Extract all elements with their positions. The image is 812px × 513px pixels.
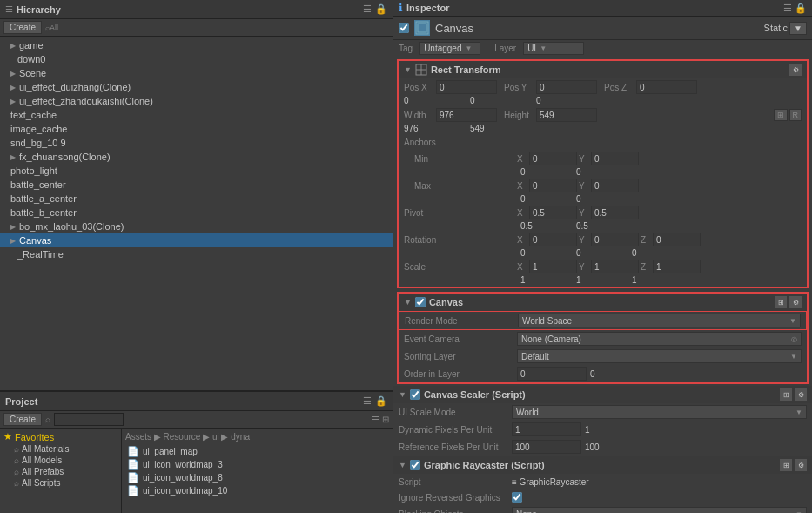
rect-icon-btn-1[interactable]: ⊞ — [774, 109, 788, 121]
list-item[interactable]: snd_bg_10 9 — [0, 136, 393, 150]
pivot-y-input[interactable] — [591, 206, 639, 219]
list-item[interactable]: 📄 ui_panel_map — [125, 445, 389, 458]
list-item[interactable]: photo_light — [0, 164, 393, 178]
canvas-component-header[interactable]: ▼ Canvas ⊞ ⚙ — [399, 294, 807, 311]
inspector-panel: ℹ Inspector ☰ 🔒 Canvas Static ▼ — [393, 0, 812, 513]
ui-scale-mode-dropdown[interactable]: World ▼ — [512, 405, 807, 419]
project-create-btn[interactable]: Create — [3, 413, 42, 426]
list-item[interactable]: ▶ bo_mx_laohu_03(Clone) — [0, 219, 393, 233]
inspector-title: Inspector — [406, 3, 450, 13]
pos-x-input[interactable] — [436, 80, 497, 94]
list-item[interactable]: 📄 ui_icon_worldmap_8 — [125, 471, 389, 484]
ignore-reversed-label: Ignore Reversed Graphics — [399, 493, 512, 503]
inspector-object-row: Canvas Static ▼ — [393, 17, 812, 40]
raycaster-img-icon[interactable]: ⊞ — [780, 459, 792, 471]
event-camera-dropdown[interactable]: None (Camera) ◎ — [517, 332, 802, 346]
list-item[interactable]: _RealTime — [0, 247, 393, 261]
event-camera-row: Event Camera None (Camera) ◎ — [399, 330, 807, 348]
blocking-objects-dropdown[interactable]: None ▼ — [512, 507, 807, 513]
ignore-reversed-checkbox[interactable] — [512, 492, 522, 503]
canvas-scaler-header[interactable]: ▼ Canvas Scaler (Script) ⊞ ⚙ — [393, 386, 812, 403]
project-icon-1[interactable]: ☰ — [372, 415, 379, 424]
canvas-img-icon[interactable]: ⊞ — [775, 296, 787, 308]
sorting-layer-row: Sorting Layer Default ▼ — [399, 348, 807, 365]
list-item[interactable]: down0 — [0, 52, 393, 66]
canvas-scaler-checkbox[interactable] — [410, 389, 420, 400]
min-x-input[interactable] — [529, 152, 577, 165]
project-content: ★ Favorites ⌕ All Materials ⌕ All Models… — [0, 429, 393, 513]
object-active-checkbox[interactable] — [399, 23, 409, 33]
favorites-all-prefabs[interactable]: ⌕ All Prefabs — [3, 466, 117, 477]
graphic-raycaster-header[interactable]: ▼ Graphic Raycaster (Script) ⊞ ⚙ — [393, 456, 812, 474]
list-item[interactable]: image_cache — [0, 122, 393, 136]
scaler-settings-icon[interactable]: ⚙ — [795, 388, 807, 401]
ui-scale-mode-label: UI Scale Mode — [399, 408, 512, 417]
rot-values: 0 0 0 — [399, 248, 807, 258]
pivot-x-input[interactable] — [529, 206, 577, 219]
inspector-menu-icon[interactable]: ☰ — [783, 3, 792, 14]
list-item[interactable]: battle_center — [0, 178, 393, 192]
height-input[interactable] — [536, 108, 597, 122]
project-icon-2[interactable]: ⊞ — [382, 415, 389, 424]
rect-transform-header[interactable]: ▼ Rect Transform ⚙ — [399, 61, 807, 78]
favorites-all-models[interactable]: ⌕ All Models — [3, 455, 117, 466]
list-item[interactable]: ▶ ui_effect_duizhang(Clone) — [0, 80, 393, 94]
list-item[interactable]: text_cache — [0, 108, 393, 122]
list-item[interactable]: ▶ ui_effect_zhandoukaishi(Clone) — [0, 94, 393, 108]
scale-z-input[interactable] — [653, 260, 701, 273]
script-label: Script — [399, 477, 512, 487]
rot-y-input[interactable] — [591, 233, 639, 246]
scale-y-input[interactable] — [591, 260, 639, 273]
reference-pixels-input[interactable] — [512, 440, 581, 454]
layer-dropdown[interactable]: UI ▼ — [523, 42, 584, 55]
canvas-scaler-section: ▼ Canvas Scaler (Script) ⊞ ⚙ UI Scale Mo… — [393, 386, 812, 456]
project-search-input[interactable] — [54, 413, 124, 426]
rot-x-input[interactable] — [529, 233, 577, 246]
max-x-input[interactable] — [529, 179, 577, 192]
min-label: Min — [404, 154, 517, 164]
rect-icon-btn-r[interactable]: R — [789, 109, 802, 121]
width-input[interactable] — [436, 108, 497, 122]
raycaster-settings-icon[interactable]: ⚙ — [795, 459, 807, 471]
rot-z-input[interactable] — [653, 233, 701, 246]
list-item[interactable]: ▶ Scene — [0, 66, 393, 80]
list-item[interactable]: battle_a_center — [0, 192, 393, 206]
list-item[interactable]: 📄 ui_icon_worldmap_10 — [125, 484, 389, 497]
hierarchy-create-btn[interactable]: Create — [3, 21, 42, 34]
inspector-lock-icon[interactable]: 🔒 — [795, 3, 807, 14]
hierarchy-lock-icon[interactable]: 🔒 — [375, 3, 387, 15]
pivot-label: Pivot — [404, 208, 517, 218]
min-y-input[interactable] — [591, 152, 639, 165]
script-value: ≡ GraphicRaycaster — [512, 477, 589, 487]
pos-y-input[interactable] — [536, 80, 597, 94]
scale-x-input[interactable] — [529, 260, 577, 273]
blocking-objects-row: Blocking Objects None ▼ — [393, 505, 812, 513]
dynamic-pixels-input[interactable] — [512, 422, 581, 436]
scaler-img-icon[interactable]: ⊞ — [780, 388, 792, 401]
render-mode-label: Render Mode — [405, 316, 518, 326]
canvas-active-checkbox[interactable] — [415, 297, 426, 307]
list-item[interactable]: battle_b_center — [0, 206, 393, 219]
favorites-all-materials[interactable]: ⌕ All Materials — [3, 443, 117, 455]
project-lock-icon[interactable]: 🔒 — [375, 395, 387, 407]
canvas-hierarchy-item[interactable]: ▶ Canvas — [0, 233, 393, 247]
canvas-settings-icon[interactable]: ⚙ — [789, 296, 802, 308]
max-y-input[interactable] — [591, 179, 639, 192]
anchors-title: Anchors — [404, 138, 517, 147]
rect-settings-icon[interactable]: ⚙ — [789, 64, 802, 76]
raycaster-checkbox[interactable] — [410, 460, 420, 470]
render-mode-dropdown[interactable]: World Space ▼ — [518, 314, 801, 327]
list-item[interactable]: ▶ fx_chuansong(Clone) — [0, 150, 393, 164]
favorites-all-scripts[interactable]: ⌕ All Scripts — [3, 477, 117, 489]
list-item[interactable]: 📄 ui_icon_worldmap_3 — [125, 458, 389, 471]
project-menu-icon[interactable]: ☰ — [363, 395, 372, 407]
list-item[interactable]: ▶ game — [0, 38, 393, 52]
order-in-layer-input[interactable] — [517, 367, 587, 381]
tag-dropdown[interactable]: Untagged ▼ — [419, 42, 480, 55]
hierarchy-menu-icon[interactable]: ☰ — [363, 3, 372, 15]
hierarchy-title: Hierarchy — [17, 4, 61, 15]
sorting-layer-dropdown[interactable]: Default ▼ — [517, 349, 802, 363]
static-dropdown-btn[interactable]: ▼ — [789, 22, 807, 35]
raycaster-title: Graphic Raycaster (Script) — [424, 460, 545, 470]
pos-z-input[interactable] — [636, 80, 697, 94]
